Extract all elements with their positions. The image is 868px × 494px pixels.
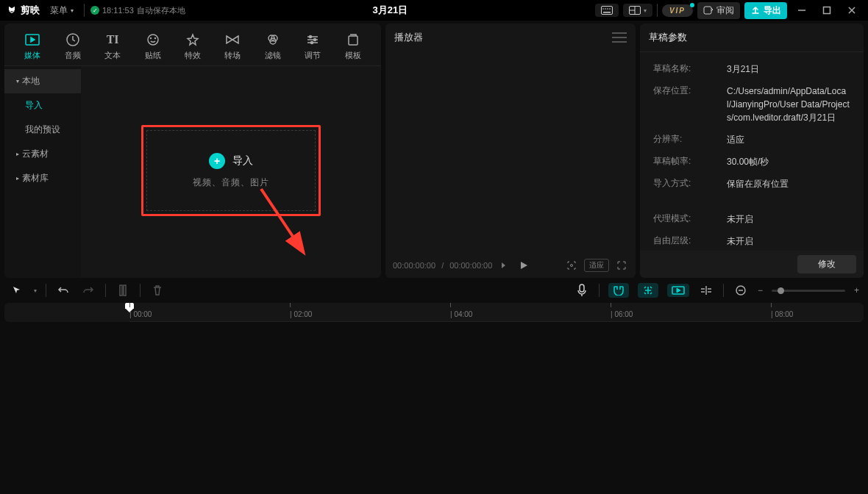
ruler-mark: | 08:00 <box>771 303 793 321</box>
zoom-thumb[interactable] <box>778 287 784 294</box>
logo-icon <box>6 4 18 16</box>
draft-row: 代理模式:未开启 <box>640 208 864 230</box>
ratio-selector[interactable]: 适应 <box>584 259 609 272</box>
svg-point-4 <box>607 8 608 10</box>
svg-point-15 <box>150 38 151 39</box>
play-button[interactable] <box>517 259 530 272</box>
mic-button[interactable] <box>574 282 590 298</box>
review-label: 审阅 <box>716 4 734 17</box>
titlebar-right: ▾ VIP 审阅 导出 <box>595 0 862 21</box>
player-header: 播放器 <box>385 24 636 51</box>
svg-point-2 <box>602 8 604 10</box>
sidebar-item-local[interactable]: ▾本地 <box>4 69 81 93</box>
sidebar-item-import[interactable]: 导入 <box>4 93 81 118</box>
media-tab-effect[interactable]: 特效 <box>174 28 212 65</box>
player-viewport[interactable] <box>385 51 636 253</box>
export-icon <box>750 5 761 15</box>
caret-right-icon: ▸ <box>16 175 19 182</box>
draft-value: 30.00帧/秒 <box>727 155 850 168</box>
media-tab-text[interactable]: TI文本 <box>93 28 132 65</box>
tab-label: 文本 <box>104 50 121 61</box>
ruler-mark: | 04:00 <box>450 303 472 321</box>
keyboard-button[interactable] <box>595 4 619 17</box>
svg-point-3 <box>605 8 606 10</box>
svg-point-5 <box>609 8 611 10</box>
media-tab-transition[interactable]: 转场 <box>213 28 252 65</box>
timeline-toolbar: ▾ − + <box>0 278 868 303</box>
import-dropzone[interactable]: + 导入 视频、音频、图片 <box>146 130 316 211</box>
draft-row: 自由层级:未开启 <box>640 230 864 251</box>
draft-label: 保存位置: <box>653 85 727 124</box>
media-tab-adjust[interactable]: 调节 <box>294 28 332 65</box>
media-tab-sticker[interactable]: 贴纸 <box>133 28 171 65</box>
sidebar-item-preset[interactable]: 我的预设 <box>4 118 81 142</box>
zoom-out-button[interactable] <box>733 282 749 298</box>
notification-dot <box>690 3 694 7</box>
svg-point-21 <box>314 39 316 41</box>
preview-button[interactable] <box>667 284 689 297</box>
pointer-tool[interactable] <box>9 282 25 298</box>
svg-point-16 <box>154 38 155 39</box>
audio-icon <box>65 32 80 47</box>
svg-rect-0 <box>601 7 612 15</box>
sidebar-item-cloud[interactable]: ▸云素材 <box>4 142 81 166</box>
window-maximize[interactable] <box>817 0 837 21</box>
magnet-button[interactable] <box>608 283 629 298</box>
zoom-slider[interactable] <box>772 290 845 292</box>
caret-right-icon: ▸ <box>16 151 19 157</box>
check-icon: ✓ <box>90 6 99 15</box>
svg-point-20 <box>310 36 312 38</box>
draft-label: 导入方式: <box>653 177 727 190</box>
player-panel: 播放器 00:00:00:00 / 00:00:00:00 适应 <box>385 24 636 278</box>
draft-row: 保存位置:C:/Users/admin/AppData/Local/Jianyi… <box>640 80 864 129</box>
chevron-down-icon[interactable]: ▾ <box>34 287 37 294</box>
svg-rect-23 <box>349 36 357 45</box>
draft-label: 草稿帧率: <box>653 155 727 168</box>
window-minimize[interactable] <box>791 0 812 21</box>
prev-frame-button[interactable] <box>498 259 511 272</box>
template-icon <box>346 32 360 47</box>
window-close[interactable] <box>842 0 862 21</box>
undo-button[interactable] <box>55 282 71 298</box>
media-tab-audio[interactable]: 音频 <box>53 28 91 65</box>
modify-button[interactable]: 修改 <box>797 255 856 273</box>
draft-label: 分辨率: <box>653 133 727 146</box>
media-tab-template[interactable]: 模板 <box>334 28 372 65</box>
svg-rect-26 <box>120 285 122 296</box>
media-tab-media[interactable]: 媒体 <box>13 28 51 65</box>
menu-button[interactable]: 菜单 ▾ <box>46 3 78 18</box>
sticker-icon <box>146 32 160 47</box>
focus-button[interactable] <box>565 259 578 272</box>
text-icon: TI <box>105 32 120 47</box>
svg-rect-27 <box>124 285 126 296</box>
vip-badge[interactable]: VIP <box>662 4 693 17</box>
review-button[interactable]: 审阅 <box>697 2 740 19</box>
timeline-ruler[interactable]: | 00:00| 02:00| 04:00| 06:00| 08:00 <box>129 303 864 322</box>
link-button[interactable] <box>638 283 658 298</box>
export-button[interactable]: 导出 <box>744 2 787 19</box>
media-tab-filter[interactable]: 滤镜 <box>254 28 292 65</box>
player-controls: 00:00:00:00 / 00:00:00:00 适应 <box>385 253 636 278</box>
keyboard-icon <box>601 6 613 15</box>
layout-button[interactable]: ▾ <box>623 4 652 17</box>
tab-label: 转场 <box>224 50 241 61</box>
draft-value: 适应 <box>727 133 850 146</box>
document-title: 3月21日 <box>191 4 589 17</box>
draft-header: 草稿参数 <box>640 24 864 52</box>
sidebar-item-library[interactable]: ▸素材库 <box>4 166 81 190</box>
review-icon <box>703 5 714 15</box>
media-tabs: 媒体音频TI文本贴纸特效转场滤镜调节模板 <box>4 24 381 65</box>
fullscreen-button[interactable] <box>615 259 628 272</box>
redo-button[interactable] <box>80 282 96 298</box>
align-button[interactable] <box>698 282 714 298</box>
media-icon <box>25 32 40 47</box>
draft-row: 分辨率:适应 <box>640 129 864 151</box>
tab-label: 模板 <box>345 50 361 61</box>
media-panel: 媒体音频TI文本贴纸特效转场滤镜调节模板 ▾本地 导入 我的预设 ▸云素材 ▸素… <box>4 24 381 278</box>
draft-value: 保留在原有位置 <box>727 177 850 190</box>
delete-button[interactable] <box>149 282 166 298</box>
player-menu-icon[interactable] <box>612 32 627 43</box>
tab-label: 特效 <box>185 50 201 61</box>
split-button[interactable] <box>115 282 131 298</box>
player-title: 播放器 <box>394 31 423 44</box>
